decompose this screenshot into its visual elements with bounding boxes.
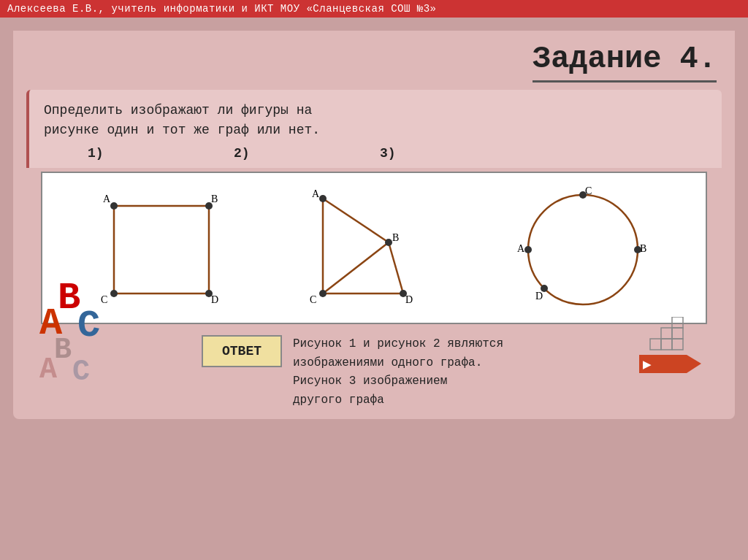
question-area: Определить изображают ли фигуры на рисун… <box>26 90 722 168</box>
title-box: Задание 4. <box>13 31 735 90</box>
svg-point-14 <box>319 195 327 202</box>
svg-point-1 <box>110 202 118 210</box>
svg-rect-33 <box>672 328 683 339</box>
figures-box: A B C D A B C D <box>41 172 707 324</box>
number-3: 3) <box>380 146 526 161</box>
answer-section: ОТВЕТ Рисунок 1 и рисунок 2 являются изо… <box>114 331 722 410</box>
svg-rect-34 <box>650 339 661 350</box>
svg-point-15 <box>385 239 392 246</box>
svg-text:C: C <box>310 294 316 305</box>
svg-point-16 <box>319 290 327 297</box>
stair-decoration: ▶ <box>636 317 701 379</box>
svg-text:A: A <box>103 193 111 204</box>
svg-rect-36 <box>672 339 683 350</box>
svg-text:A: A <box>517 243 525 254</box>
svg-text:D: D <box>211 294 218 305</box>
svg-line-13 <box>389 242 403 294</box>
figure-2: A B C D <box>301 184 440 312</box>
svg-text:B: B <box>640 243 646 254</box>
question-line2: рисунке один и тот же граф или нет. <box>44 120 707 140</box>
svg-line-9 <box>323 199 389 242</box>
svg-text:B: B <box>392 232 399 243</box>
figure-3: C B D A <box>510 184 656 312</box>
slide-title: Задание 4. <box>533 42 717 83</box>
abc-decoration: B A C B A C <box>39 277 112 379</box>
number-2: 2) <box>234 146 380 161</box>
answer-line4: другого графа <box>293 391 722 410</box>
figure-1: A B C D <box>92 184 231 312</box>
svg-text:▶: ▶ <box>643 359 652 370</box>
svg-text:C: C <box>585 185 592 196</box>
svg-rect-31 <box>672 317 683 328</box>
svg-text:B: B <box>211 193 218 204</box>
question-line1: Определить изображают ли фигуры на <box>44 101 707 120</box>
letter-A-gray: A <box>39 353 57 386</box>
svg-point-26 <box>524 246 532 253</box>
main-content: Задание 4. Определить изображают ли фигу… <box>13 31 735 419</box>
svg-line-11 <box>323 242 389 294</box>
svg-rect-32 <box>661 328 672 339</box>
svg-text:D: D <box>535 291 543 302</box>
letter-C-gray: C <box>72 356 90 388</box>
stair-arrow-svg: ▶ <box>636 317 701 375</box>
bottom-area: B A C B A C ОТВЕТ Рисунок 1 и рисунок 2 … <box>26 331 722 419</box>
svg-rect-35 <box>661 339 672 350</box>
number-1: 1) <box>88 146 234 161</box>
svg-marker-38 <box>687 355 701 373</box>
header-text: Алексеева Е.В., учитель информатики и ИК… <box>7 3 437 15</box>
numbering-row: 1) 2) 3) <box>44 146 707 161</box>
svg-text:A: A <box>312 188 320 199</box>
answer-button[interactable]: ОТВЕТ <box>202 335 282 367</box>
svg-text:D: D <box>405 294 413 305</box>
question-text: Определить изображают ли фигуры на рисун… <box>44 101 707 140</box>
header-bar: Алексеева Е.В., учитель информатики и ИК… <box>0 0 748 18</box>
svg-rect-0 <box>114 206 209 294</box>
letter-C-blue: C <box>77 304 100 348</box>
